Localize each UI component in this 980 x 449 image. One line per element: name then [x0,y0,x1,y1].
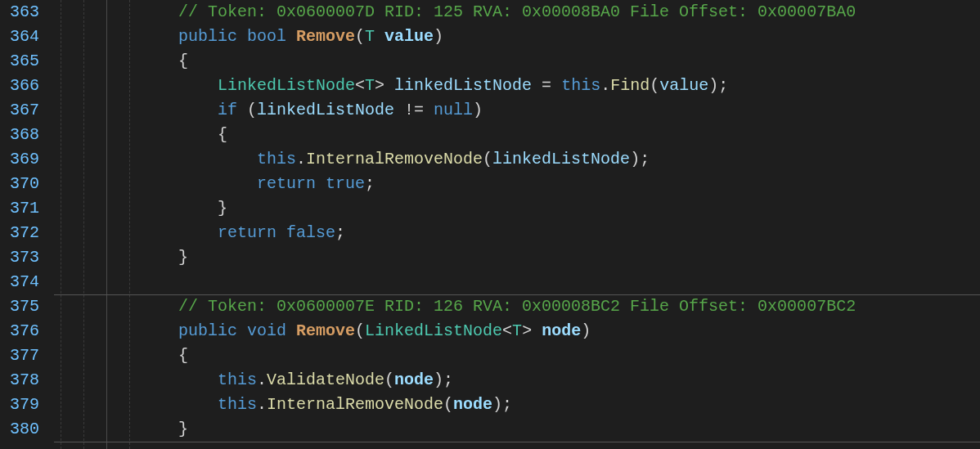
code-line[interactable]: this.InternalRemoveNode(node); [54,393,980,417]
token: LinkedListNode [218,76,355,95]
token: // Token: 0x0600007D RID: 125 RVA: 0x000… [178,2,856,21]
code-line[interactable]: } [54,196,980,221]
token: ) [473,101,483,119]
line-number: 372 [7,221,39,245]
token: node [394,370,434,389]
token: linkedListNode [492,150,630,168]
line-number: 368 [7,123,39,147]
line-number: 373 [7,245,39,270]
token [276,223,286,242]
token: { [178,346,188,365]
token: ); [630,150,650,168]
code-line[interactable]: { [54,49,980,74]
code-line[interactable]: this.InternalRemoveNode(linkedListNode); [54,147,980,172]
token: if [218,101,237,119]
token: // Token: 0x0600007E RID: 126 RVA: 0x000… [178,297,856,316]
line-number: 369 [7,147,39,172]
token: T [512,321,522,340]
token: ( [355,27,365,46]
token: return [257,174,316,193]
line-number: 377 [7,343,39,368]
code-line[interactable]: return false; [54,221,980,245]
token: > [375,76,394,95]
token: > [522,321,542,340]
code-line[interactable]: // Token: 0x0600007D RID: 125 RVA: 0x000… [54,0,980,25]
token: node [542,321,581,340]
token: false [286,223,335,242]
token: . [257,370,267,389]
code-line[interactable] [54,270,980,294]
token: value [384,27,434,46]
token: node [453,395,492,414]
token: void [247,321,296,340]
token: ( [650,76,659,95]
token: T [365,27,375,46]
code-lines[interactable]: // Token: 0x0600007D RID: 125 RVA: 0x000… [54,0,980,442]
token: linkedListNode [394,76,532,95]
line-number: 380 [7,417,39,442]
token: value [659,76,708,95]
token: ( [443,395,453,414]
code-line[interactable]: } [54,417,980,442]
token: ( [355,321,365,340]
token: < [502,321,512,340]
code-line[interactable]: // Token: 0x0600007E RID: 126 RVA: 0x000… [54,294,980,319]
token: LinkedListNode [365,321,502,340]
token: this [218,395,257,414]
line-number: 375 [7,294,39,319]
line-number: 363 [7,0,39,25]
code-area[interactable]: // Token: 0x0600007D RID: 125 RVA: 0x000… [54,0,980,449]
token: ; [335,223,345,242]
token: Remove [296,321,355,340]
token: InternalRemoveNode [267,395,443,414]
line-number: 365 [7,49,39,74]
token: ; [365,174,375,193]
token: Remove [296,27,355,46]
line-number: 376 [7,319,39,343]
code-editor[interactable]: 3633643653663673683693703713723733743753… [0,0,980,449]
line-number-gutter: 3633643653663673683693703713723733743753… [0,0,54,449]
line-number: 366 [7,74,39,98]
token: public [178,321,247,340]
code-line[interactable]: { [54,343,980,368]
code-line[interactable]: { [54,123,980,147]
token: this [257,150,296,168]
code-line[interactable]: } [54,245,980,270]
codelens-separator [54,294,980,295]
token: . [257,395,267,414]
token: } [178,248,188,267]
codelens-separator [54,442,980,442]
token: ) [434,27,443,46]
token: } [218,199,227,218]
token: true [326,174,365,193]
token: = [532,76,561,95]
token: InternalRemoveNode [306,150,483,168]
line-number: 374 [7,270,39,294]
token: . [600,76,610,95]
line-number: 379 [7,393,39,417]
token: ( [483,150,492,168]
code-line[interactable]: this.ValidateNode(node); [54,368,980,393]
token [316,174,326,193]
line-number: 370 [7,172,39,196]
token: ( [384,370,394,389]
code-line[interactable]: public bool Remove(T value) [54,25,980,49]
token: < [355,76,365,95]
line-number: 367 [7,98,39,123]
code-line[interactable]: return true; [54,172,980,196]
token: linkedListNode [257,101,394,119]
token: T [365,76,375,95]
token [375,27,384,46]
code-line[interactable]: LinkedListNode<T> linkedListNode = this.… [54,74,980,98]
line-number: 378 [7,368,39,393]
line-number: 371 [7,196,39,221]
token: { [218,125,227,144]
token: ); [434,370,453,389]
token: != [394,101,434,119]
code-line[interactable]: if (linkedListNode != null) [54,98,980,123]
token: ); [708,76,728,95]
line-number: 364 [7,25,39,49]
code-line[interactable]: public void Remove(LinkedListNode<T> nod… [54,319,980,343]
token: return [218,223,276,242]
token: ); [492,395,512,414]
